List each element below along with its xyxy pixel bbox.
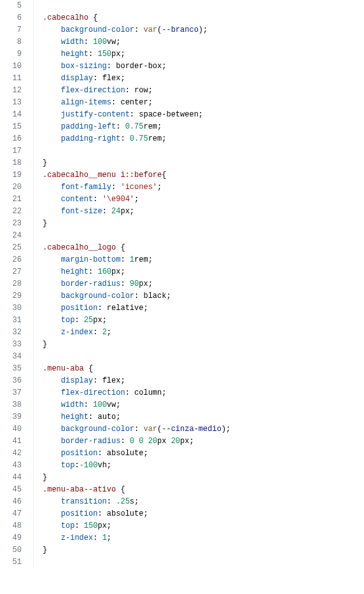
code-line[interactable]: margin-bottom: 1rem; (34, 254, 364, 266)
line-number: 14 (0, 109, 22, 121)
code-line[interactable]: .menu-aba { (34, 363, 364, 375)
line-number: 15 (0, 121, 22, 133)
code-line[interactable] (34, 145, 364, 157)
line-number: 25 (0, 242, 22, 254)
line-number: 19 (0, 169, 22, 181)
code-line[interactable]: .menu-aba--ativo { (34, 484, 364, 496)
code-line[interactable]: flex-direction: column; (34, 387, 364, 399)
code-line[interactable]: border-radius: 0 0 20px 20px; (34, 435, 364, 448)
line-number: 10 (0, 60, 22, 73)
line-number: 51 (0, 556, 22, 569)
code-line[interactable]: background-color: var(--cinza-medio); (34, 423, 364, 435)
code-line[interactable]: padding-left: 0.75rem; (34, 121, 364, 133)
line-number: 34 (0, 351, 22, 363)
line-number: 17 (0, 145, 22, 157)
line-number: 43 (0, 460, 22, 472)
line-number: 40 (0, 423, 22, 435)
line-number: 18 (0, 157, 22, 169)
code-line[interactable]: width: 100vw; (34, 36, 364, 48)
code-line[interactable]: flex-direction: row; (34, 85, 364, 97)
line-number: 8 (0, 36, 22, 48)
code-line[interactable]: border-radius: 90px; (34, 278, 364, 290)
line-number: 47 (0, 508, 22, 520)
line-number: 35 (0, 363, 22, 375)
code-line[interactable]: position: absolute; (34, 448, 364, 460)
code-line[interactable]: z-index: 2; (34, 327, 364, 339)
code-content[interactable]: .cabecalho { background-color: var(--bra… (33, 0, 364, 569)
line-number: 49 (0, 532, 22, 544)
line-number: 37 (0, 387, 22, 399)
line-number: 13 (0, 97, 22, 109)
code-line[interactable]: align-items: center; (34, 97, 364, 109)
code-line[interactable] (34, 230, 364, 242)
code-line[interactable]: padding-right: 0.75rem; (34, 133, 364, 145)
code-line[interactable]: display: flex; (34, 73, 364, 85)
code-line[interactable]: } (34, 218, 364, 230)
line-number: 20 (0, 181, 22, 194)
code-line[interactable]: transition: .25s; (34, 496, 364, 508)
line-number: 46 (0, 496, 22, 508)
code-line[interactable]: height: 160px; (34, 266, 364, 278)
code-line[interactable]: background-color: black; (34, 290, 364, 302)
code-line[interactable]: top:-100vh; (34, 460, 364, 472)
code-line[interactable]: position: absolute; (34, 508, 364, 520)
code-line[interactable]: } (34, 339, 364, 351)
code-line[interactable] (34, 351, 364, 363)
line-number: 50 (0, 544, 22, 556)
line-number: 9 (0, 48, 22, 60)
code-editor[interactable]: 5678910111213141516171819202122232425262… (0, 0, 364, 569)
code-line[interactable]: } (34, 544, 364, 556)
code-line[interactable]: .cabecalho__logo { (34, 242, 364, 254)
code-line[interactable]: content: '\e904'; (34, 194, 364, 206)
line-number: 41 (0, 435, 22, 448)
line-number: 16 (0, 133, 22, 145)
line-number: 7 (0, 24, 22, 36)
line-number: 36 (0, 375, 22, 387)
line-number: 11 (0, 73, 22, 85)
line-number: 28 (0, 278, 22, 290)
code-line[interactable]: height: 150px; (34, 48, 364, 60)
code-line[interactable]: } (34, 157, 364, 169)
code-line[interactable]: top: 25px; (34, 315, 364, 327)
line-number: 45 (0, 484, 22, 496)
line-number: 42 (0, 448, 22, 460)
line-number: 39 (0, 411, 22, 423)
code-line[interactable]: background-color: var(--branco); (34, 24, 364, 36)
line-number: 30 (0, 302, 22, 315)
code-line[interactable]: .cabecalho { (34, 12, 364, 24)
line-number: 33 (0, 339, 22, 351)
code-line[interactable]: top: 150px; (34, 520, 364, 532)
code-line[interactable]: position: relative; (34, 302, 364, 315)
line-number: 32 (0, 327, 22, 339)
code-line[interactable]: width: 100vw; (34, 399, 364, 411)
code-line[interactable]: font-size: 24px; (34, 206, 364, 218)
line-number: 5 (0, 0, 22, 12)
code-line[interactable]: .cabecalho__menu i::before{ (34, 169, 364, 181)
code-line[interactable]: font-family: 'icones'; (34, 181, 364, 194)
line-number: 29 (0, 290, 22, 302)
line-number: 24 (0, 230, 22, 242)
line-number: 26 (0, 254, 22, 266)
line-number: 22 (0, 206, 22, 218)
line-number: 23 (0, 218, 22, 230)
code-line[interactable]: justify-content: space-between; (34, 109, 364, 121)
line-number: 44 (0, 472, 22, 484)
code-line[interactable] (34, 0, 364, 12)
line-number: 31 (0, 315, 22, 327)
line-number-gutter: 5678910111213141516171819202122232425262… (0, 0, 33, 569)
line-number: 27 (0, 266, 22, 278)
code-line[interactable]: z-index: 1; (34, 532, 364, 544)
line-number: 48 (0, 520, 22, 532)
code-line[interactable]: height: auto; (34, 411, 364, 423)
line-number: 6 (0, 12, 22, 24)
code-line[interactable]: box-sizing: border-box; (34, 60, 364, 73)
code-line[interactable] (34, 556, 364, 569)
line-number: 38 (0, 399, 22, 411)
line-number: 21 (0, 194, 22, 206)
code-line[interactable]: } (34, 472, 364, 484)
line-number: 12 (0, 85, 22, 97)
code-line[interactable]: display: flex; (34, 375, 364, 387)
